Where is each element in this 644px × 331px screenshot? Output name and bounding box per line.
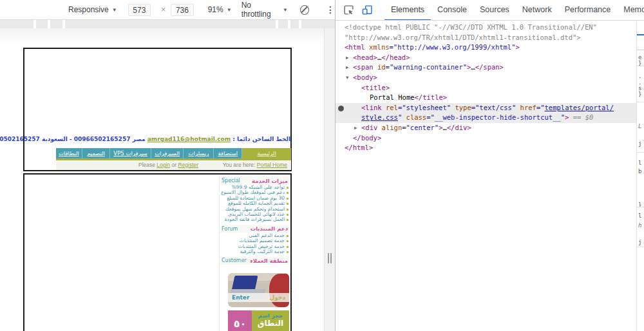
code-token: </head> (381, 53, 410, 61)
sidebar-list-item[interactable]: خدمة ترخيص المنتديات (220, 244, 290, 249)
styles-pane-clipped: e}..s}Ljlb}lhj (636, 21, 644, 331)
styles-pane-fragment: l (638, 160, 641, 166)
dom-tree-line[interactable]: </html> (336, 143, 637, 153)
tab-performance[interactable]: Performance (558, 0, 618, 21)
styles-rule-separator (637, 152, 644, 153)
inspect-element-icon[interactable] (343, 5, 354, 15)
code-token: type (455, 104, 471, 111)
code-token: <head> (353, 53, 377, 61)
styles-pane-fragment: } (638, 91, 641, 97)
sidebar-list-item[interactable]: استخدام وتحكم سهل بموقعك (220, 207, 290, 212)
code-token: </title> (415, 93, 448, 101)
site-nav-tab[interactable]: استضافة (213, 148, 242, 158)
ruler-segment (301, 20, 335, 28)
enter-link[interactable]: Enter (232, 294, 249, 301)
sidebar-list-item[interactable]: خدمة التركيب والترقية (220, 249, 290, 254)
sidebar-list-item[interactable]: 30 يوم ضمان استعادة للمبلغ (220, 196, 290, 201)
site-nav-bar: الرئيسيةاستضافةريسلراتالسيرفراتسيرفرات V… (56, 148, 291, 158)
dom-tree-line[interactable]: style.css" class="__web-inspector-hide-s… (336, 113, 637, 123)
contact-text: الخط الساخن دائما : (231, 136, 290, 142)
tab-elements[interactable]: Elements (384, 0, 431, 21)
page-viewport: الخط الساخن دائما : amrgad116@hotmail.co… (0, 28, 324, 331)
dom-tree-line[interactable]: ▶<div align="center">…</div> (336, 123, 637, 133)
tab-network[interactable]: Network (516, 0, 558, 21)
styles-pane-fragment: j (638, 239, 641, 245)
dom-tree-line[interactable]: ▶<head>…</head> (336, 53, 637, 63)
email-link[interactable]: amrgad116@hotmail.com (147, 136, 231, 142)
bullet-icon (287, 246, 289, 248)
dom-tree-line[interactable]: <!doctype html PUBLIC "-//W3C//DTD XHTML… (336, 23, 637, 33)
tab-memory[interactable]: Memory (617, 0, 644, 21)
expand-arrow-icon[interactable]: ▶ (346, 53, 353, 63)
site-nav-tab[interactable]: السيرفرات (151, 148, 183, 158)
viewport-width-input[interactable]: 573 (128, 4, 151, 16)
sidebar-list-item[interactable]: تواجد على الشبكه 99.9% (220, 185, 290, 190)
dom-tree-line[interactable]: <html xmlns="http://www.w3.org/1999/xhtm… (336, 43, 637, 53)
more-options-icon[interactable]: ⋮ (326, 5, 335, 15)
code-token: <html (345, 43, 369, 51)
code-token: class (406, 113, 427, 121)
selected-element-marker (338, 106, 344, 111)
device-toolbar: Responsive ▼ 573 × 736 91% ▼ No throttli… (0, 0, 335, 20)
viewport-height-input[interactable]: 736 (171, 4, 194, 16)
dom-tree-line[interactable]: ▼<body> (336, 73, 637, 83)
expand-arrow-icon[interactable]: ▶ (346, 62, 353, 73)
styles-pane-fragment: L (638, 123, 641, 129)
code-token: ="http://www.w3.org/1999/xhtml" (390, 43, 516, 51)
dom-tree-line[interactable]: </body> (336, 133, 637, 144)
block-icon[interactable] (300, 5, 309, 15)
site-nav-tab[interactable]: التصميم (82, 148, 110, 158)
code-token[interactable]: style.css (361, 113, 398, 121)
bullet-icon (287, 203, 289, 205)
login-register-text: Please Login or Register (138, 162, 198, 168)
bullet-icon (287, 235, 289, 237)
code-token[interactable]: templates/portal/ (545, 104, 614, 111)
tab-sources[interactable]: Sources (473, 0, 516, 21)
toggle-device-toolbar-icon[interactable] (362, 5, 373, 15)
zoom-dropdown[interactable]: 91% ▼ (208, 5, 232, 14)
expand-arrow-icon[interactable]: ▶ (354, 123, 361, 133)
dom-tree-line[interactable]: ▶<span id="warning-container">…</span> (336, 62, 637, 73)
sidebar-list-item[interactable]: العمل بسيرفرات فائقة الجودة (220, 217, 290, 222)
styles-pane-fragment: b (638, 168, 641, 175)
domain-offer-banner[interactable]: ٥٠ حجز اسم النطاق (228, 310, 289, 331)
site-nav-tab[interactable]: ريسلرات (183, 148, 213, 158)
dom-tree-line[interactable]: <title> (336, 83, 637, 93)
tab-console[interactable]: Console (431, 0, 473, 21)
site-nav-tab[interactable]: الرئيسية (242, 148, 291, 158)
dom-tree-line[interactable]: "http://www.w3.org/TR/xhtml1/DTD/xhtml1-… (336, 33, 637, 43)
sidebar-list-item[interactable]: عدد لانهائى للحساب البريدى (220, 212, 290, 217)
site-sidebar: ميزات الخدمةSpecialتواجد على الشبكه 99.9… (219, 175, 290, 331)
chevron-down-icon: ▼ (227, 7, 232, 13)
bullet-icon (287, 209, 289, 211)
sidebar-sections: ميزات الخدمةSpecialتواجد على الشبكه 99.9… (220, 176, 290, 265)
styles-pane-fragment: h (638, 222, 641, 229)
crumb-link[interactable]: Login (156, 162, 170, 168)
panel-resizer[interactable] (324, 28, 335, 331)
login-overlay-bar[interactable]: Enter دخول (228, 293, 289, 302)
chevron-down-icon: ▼ (112, 7, 117, 13)
code-token: </div> (447, 124, 471, 131)
contact-text: مصر (130, 136, 147, 142)
device-type-dropdown[interactable]: Responsive ▼ (68, 5, 117, 14)
client-login-image[interactable]: Enter دخول (228, 273, 289, 307)
collapse-arrow-icon[interactable]: ▼ (346, 73, 353, 83)
code-token: > (516, 43, 520, 51)
sidebar-list-item[interactable]: تقديم الحماية الكامله للموقع (220, 201, 290, 206)
sidebar-list-item[interactable]: خدمة الدعم الفنى (220, 233, 290, 238)
dom-tree-line[interactable]: <link rel="stylesheet" type="text/css" h… (336, 103, 637, 113)
resizer-grip-icon[interactable] (327, 253, 332, 263)
enter-link-arabic[interactable]: دخول (269, 294, 285, 301)
dom-tree-line[interactable]: Portal Home</title> (336, 93, 637, 103)
crumb-text: or (170, 162, 178, 168)
code-token: Portal Home (370, 93, 415, 101)
throttling-dropdown[interactable]: No throttling ▼ (242, 1, 288, 19)
site-nav-tab[interactable]: سيرفرات VPS (109, 148, 151, 158)
sidebar-list-item[interactable]: خدمة تصميم المنتديات (220, 238, 290, 243)
code-token: align (382, 124, 402, 131)
code-token: <body> (353, 73, 377, 81)
sidebar-list-item[interactable]: دعم فنى لموقعك طوال الاسبوع (220, 190, 290, 195)
crumb-link[interactable]: Register (178, 162, 198, 168)
crumb-link[interactable]: Portal Home (257, 162, 287, 168)
site-nav-tab[interactable]: النطاقات (56, 148, 82, 158)
